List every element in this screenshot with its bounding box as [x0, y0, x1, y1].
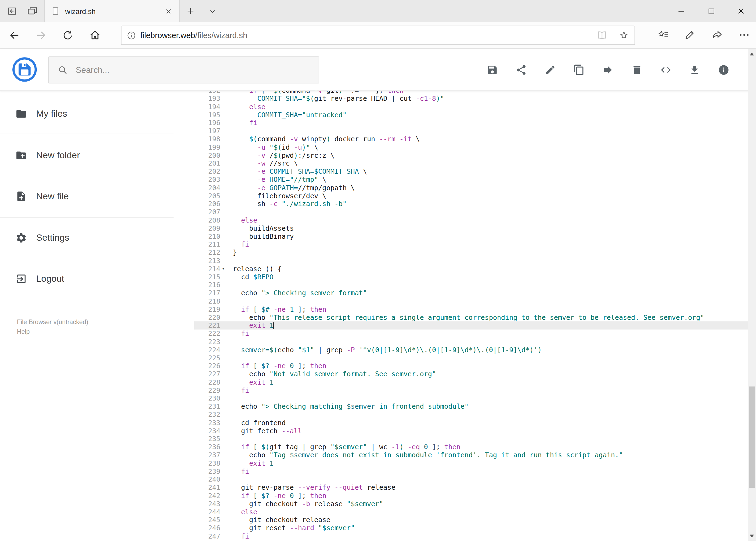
home-icon[interactable] — [88, 28, 102, 42]
code-line[interactable]: 231 echo "> Checking matching $semver in… — [194, 402, 748, 410]
code-line[interactable]: 204 -e GOPATH=//tmp/gopath \ — [194, 184, 748, 192]
code-line[interactable]: 217 echo "> Checking semver format" — [194, 289, 748, 297]
forward-icon[interactable] — [34, 28, 48, 42]
refresh-icon[interactable] — [61, 28, 74, 42]
search-box[interactable] — [48, 56, 319, 84]
code-line[interactable]: 245 git checkout release — [194, 516, 748, 524]
fold-marker-icon[interactable]: ▾ — [222, 265, 225, 273]
code-line[interactable]: 243 git checkout -b release "$semver" — [194, 500, 748, 508]
code-line[interactable]: 244 else — [194, 508, 748, 516]
tab-chevron-icon[interactable] — [205, 4, 219, 18]
web-note-icon[interactable] — [684, 28, 696, 41]
code-line[interactable]: 228 exit 1 — [194, 378, 748, 386]
code-line[interactable]: 239 fi — [194, 467, 748, 475]
code-line[interactable]: 222 fi — [194, 329, 748, 337]
code-line[interactable]: 215 cd $REPO — [194, 273, 748, 281]
code-line[interactable]: 241 git rev-parse --verify --quiet relea… — [194, 483, 748, 492]
code-line[interactable]: 234 git fetch --all — [194, 427, 748, 435]
code-line[interactable]: 247 fi — [194, 532, 748, 540]
code-line[interactable]: 202 -e COMMIT_SHA=$COMMIT_SHA \ — [194, 168, 748, 176]
code-line[interactable]: 199 -u "$(id -u)" \ — [194, 143, 748, 151]
close-tab-icon[interactable] — [163, 6, 173, 16]
set-tabs-aside-icon[interactable] — [6, 5, 18, 17]
code-line[interactable]: 214▾release () { — [194, 265, 748, 273]
code-line[interactable]: 233 cd frontend — [194, 419, 748, 427]
code-line[interactable]: 224 semver=$(echo "$1" | grep -P '^v(0|[… — [194, 346, 748, 354]
favorite-star-icon[interactable] — [618, 29, 630, 41]
scrollbar-thumb[interactable] — [749, 386, 755, 488]
code-line[interactable]: 196 fi — [194, 119, 748, 127]
info-icon[interactable] — [126, 30, 136, 41]
share-icon[interactable] — [711, 28, 723, 41]
code-line[interactable]: 194 else — [194, 103, 748, 111]
code-line[interactable]: 220 echo "This release script requires a… — [194, 313, 748, 321]
code-line[interactable]: 242 if [ $? -ne 0 ]; then — [194, 492, 748, 500]
sidebar-item-my-files[interactable]: My files — [0, 102, 194, 126]
code-line[interactable]: 219 if [ $# -ne 1 ]; then — [194, 305, 748, 313]
code-line[interactable]: 212} — [194, 249, 748, 257]
code-line[interactable]: 195 COMMIT_SHA="untracked" — [194, 111, 748, 119]
hub-icon[interactable] — [657, 28, 669, 41]
more-icon[interactable] — [738, 28, 750, 41]
code-editor[interactable]: 192 if [ "$(command -v git)" != "" ]; th… — [194, 91, 748, 541]
code-line[interactable]: 226 if [ $? -ne 0 ]; then — [194, 362, 748, 370]
code-line[interactable]: 193 COMMIT_SHA="$(git rev-parse HEAD | c… — [194, 95, 748, 103]
code-line[interactable]: 232 — [194, 410, 748, 419]
code-line[interactable]: 192 if [ "$(command -v git)" != "" ]; th… — [194, 91, 748, 95]
info-icon[interactable] — [718, 64, 730, 76]
code-line[interactable]: 200 -v /$(pwd):/src:z \ — [194, 151, 748, 159]
rename-icon[interactable] — [544, 64, 556, 76]
url-text[interactable]: filebrowser.web/files/wizard.sh — [140, 31, 586, 40]
reading-view-icon[interactable] — [596, 29, 608, 41]
code-line[interactable]: 197 — [194, 127, 748, 135]
code-line[interactable]: 206 sh -c "./wizard.sh -b" — [194, 200, 748, 208]
code-line[interactable]: 211 fi — [194, 241, 748, 249]
code-line[interactable]: 216 — [194, 281, 748, 289]
maximize-icon[interactable] — [696, 0, 726, 22]
browser-tab[interactable]: wizard.sh — [44, 0, 180, 22]
download-icon[interactable] — [689, 64, 701, 76]
code-icon[interactable] — [660, 64, 672, 76]
code-line[interactable]: 227 echo "Not valid semver format. See s… — [194, 370, 748, 378]
code-line[interactable]: 229 fi — [194, 386, 748, 394]
code-line[interactable]: 198 $(command -v winpty) docker run --rm… — [194, 135, 748, 143]
scroll-up-icon[interactable] — [748, 50, 756, 58]
tab-preview-icon[interactable] — [26, 5, 38, 17]
copy-icon[interactable] — [573, 64, 585, 76]
code-line[interactable]: 240 — [194, 475, 748, 483]
code-line[interactable]: 208 else — [194, 216, 748, 224]
back-icon[interactable] — [8, 28, 21, 42]
search-input[interactable] — [75, 64, 310, 75]
code-line[interactable]: 218 — [194, 297, 748, 305]
code-line[interactable]: 201 -w //src \ — [194, 159, 748, 168]
new-tab-icon[interactable] — [184, 4, 197, 18]
code-line[interactable]: 236 if [ $(git tag | grep "$semver" | wc… — [194, 443, 748, 451]
code-line[interactable]: 246 git reset --hard "$semver" — [194, 524, 748, 532]
code-line[interactable]: 207 — [194, 208, 748, 216]
filebrowser-logo[interactable] — [12, 57, 37, 82]
sidebar-item-settings[interactable]: Settings — [0, 226, 194, 250]
delete-icon[interactable] — [631, 64, 642, 76]
scroll-down-icon[interactable] — [748, 532, 756, 540]
code-line[interactable]: 213 — [194, 257, 748, 265]
minimize-icon[interactable] — [666, 0, 696, 22]
code-line[interactable]: 223 — [194, 337, 748, 346]
code-line[interactable]: 235 — [194, 435, 748, 443]
code-line[interactable]: 210 buildBinary — [194, 232, 748, 241]
code-line[interactable]: 203 -e HOME="//tmp" \ — [194, 176, 748, 184]
code-line[interactable]: 238 exit 1 — [194, 459, 748, 467]
code-line[interactable]: 221 exit 1 — [194, 321, 748, 329]
code-line[interactable]: 230 — [194, 394, 748, 402]
sidebar-item-new-file[interactable]: New file — [0, 185, 194, 208]
share-icon[interactable] — [516, 64, 527, 76]
move-icon[interactable] — [602, 64, 614, 76]
sidebar-item-new-folder[interactable]: New folder — [0, 144, 194, 167]
code-line[interactable]: 225 — [194, 354, 748, 362]
vertical-scrollbar[interactable] — [748, 49, 756, 541]
sidebar-item-logout[interactable]: Logout — [0, 268, 194, 290]
code-line[interactable]: 237 echo "Tag $semver does not exist in … — [194, 451, 748, 459]
save-icon[interactable] — [486, 64, 498, 76]
code-line[interactable]: 205 filebrowser/dev \ — [194, 192, 748, 200]
address-bar[interactable]: filebrowser.web/files/wizard.sh — [121, 26, 635, 45]
help-link[interactable]: Help — [17, 327, 89, 337]
